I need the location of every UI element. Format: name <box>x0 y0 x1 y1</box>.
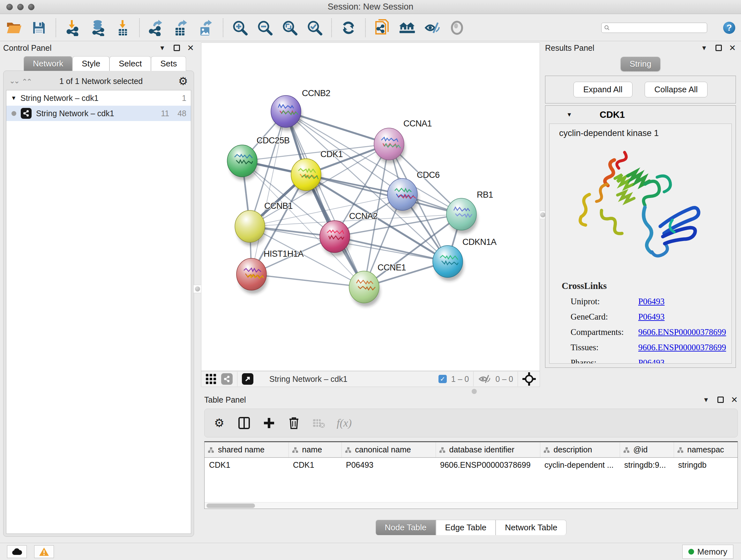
memory-button[interactable]: Memory <box>682 545 733 559</box>
network-node-CDK1[interactable]: CDK1 <box>291 149 343 194</box>
search-input[interactable] <box>612 23 704 32</box>
expand-all-button[interactable]: Expand All <box>574 82 632 98</box>
table-cell[interactable]: CDK1 <box>288 457 341 472</box>
network-row[interactable]: String Network – cdk1 1148 <box>6 106 191 121</box>
panel-close-icon[interactable]: ✕ <box>187 43 194 53</box>
zoom-out-button[interactable] <box>257 19 273 36</box>
horizontal-scrollbar[interactable] <box>205 502 738 509</box>
search-box[interactable] <box>601 23 707 33</box>
panel-float-icon[interactable] <box>718 396 724 403</box>
network-node-HIST1H1A[interactable]: HIST1H1A <box>237 249 304 294</box>
left-splitter-handle[interactable] <box>193 285 202 293</box>
hide-panel-button[interactable] <box>424 19 441 36</box>
collapse-all-button[interactable]: Collapse All <box>645 82 708 98</box>
hidden-eye-icon[interactable] <box>478 374 491 384</box>
panel-menu-icon[interactable]: ▼ <box>703 396 709 403</box>
expand-all-icon[interactable]: ⌄⌄ <box>23 77 32 85</box>
panel-menu-icon[interactable]: ▼ <box>701 44 707 52</box>
panel-close-icon[interactable]: ✕ <box>731 395 738 405</box>
birdseye-grid-icon[interactable] <box>205 373 217 385</box>
network-edge-HIST1H1A-CCNE1[interactable] <box>252 274 364 287</box>
column-header-@id[interactable]: @id <box>620 442 674 457</box>
panel-close-icon[interactable]: ✕ <box>729 43 736 53</box>
crosslink-link[interactable]: 9606.ENSP00000378699 <box>638 343 726 353</box>
open-session-button[interactable] <box>6 19 22 36</box>
column-header-database-identifier[interactable]: database identifier <box>435 442 540 457</box>
panel-menu-icon[interactable]: ▼ <box>159 44 165 52</box>
tab-network-table[interactable]: Network Table <box>495 520 566 535</box>
selection-checkbox[interactable]: ✓ <box>439 375 447 383</box>
panel-float-icon[interactable] <box>174 45 180 51</box>
table-cell[interactable]: P06493 <box>341 457 435 472</box>
export-image-button[interactable] <box>198 19 214 36</box>
document-share-icon <box>375 19 390 37</box>
column-header-label: @id <box>633 445 648 454</box>
column-header-namespac[interactable]: namespac <box>674 442 738 457</box>
network-node-CDKN1A[interactable]: CDKN1A <box>433 237 496 281</box>
import-database-button[interactable] <box>89 19 106 36</box>
zoom-fit-button[interactable] <box>281 19 298 36</box>
add-column-icon[interactable] <box>262 416 276 430</box>
column-type-icon <box>623 447 630 453</box>
entry-expander-icon[interactable]: ▼ <box>566 111 576 118</box>
import-network-button[interactable] <box>64 19 81 36</box>
open-external-icon[interactable] <box>242 373 253 385</box>
function-builder-icon: f(x) <box>337 417 352 429</box>
import-table-button[interactable] <box>114 19 131 36</box>
table-settings-gear-icon[interactable]: ⚙ <box>212 416 226 430</box>
table-cell[interactable]: stringdb:9... <box>620 457 674 472</box>
network-node-RB1[interactable]: RB1 <box>447 190 493 234</box>
network-options-gear-icon[interactable]: ⚙ <box>179 76 188 86</box>
zoom-selected-button[interactable] <box>307 19 323 36</box>
tab-string[interactable]: String <box>621 57 660 71</box>
network-node-CCNE1[interactable]: CCNE1 <box>349 263 406 307</box>
save-session-button[interactable] <box>30 19 47 36</box>
string-app-icon <box>21 108 31 119</box>
crosslink-link[interactable]: 9606.ENSP00000378699 <box>638 327 726 337</box>
share-document-button[interactable] <box>374 19 391 36</box>
network-graph[interactable]: CCNB2CCNA1CDC25BCDK1CDC6RB1CCNB1CCNA2CDK… <box>201 43 540 371</box>
column-header-name[interactable]: name <box>288 442 341 457</box>
warning-button[interactable] <box>34 545 54 558</box>
scrollbar-thumb[interactable] <box>206 503 255 508</box>
tab-edge-table[interactable]: Edge Table <box>436 520 496 535</box>
table-cell[interactable]: cyclin-dependent ... <box>540 457 620 472</box>
tab-sets[interactable]: Sets <box>151 56 186 71</box>
panel-float-icon[interactable] <box>716 45 722 51</box>
zoom-in-button[interactable] <box>232 19 248 36</box>
column-header-description[interactable]: description <box>540 442 620 457</box>
network-edge-CCNB2-CCNE1[interactable] <box>286 111 364 287</box>
column-header-shared-name[interactable]: shared name <box>205 442 288 457</box>
help-button[interactable]: ? <box>723 22 735 34</box>
tab-network[interactable]: Network <box>23 56 72 71</box>
crosslink-link[interactable]: P06493 <box>638 358 665 364</box>
home-network-button[interactable] <box>399 19 415 36</box>
tab-node-table[interactable]: Node Table <box>376 520 436 535</box>
tab-style[interactable]: Style <box>72 56 110 71</box>
table-row[interactable]: CDK1CDK1P064939606.ENSP00000378699cyclin… <box>205 457 738 472</box>
crosslink-link[interactable]: P06493 <box>638 297 665 307</box>
tab-select[interactable]: Select <box>110 56 151 71</box>
network-collection-row[interactable]: ▼ String Network – cdk1 1 <box>6 90 191 106</box>
delete-column-icon[interactable] <box>287 416 301 430</box>
table-cell[interactable]: CDK1 <box>205 457 288 472</box>
crosshair-icon[interactable] <box>522 372 536 386</box>
crosslink-link[interactable]: P06493 <box>638 312 665 322</box>
export-network-button[interactable] <box>148 19 165 36</box>
show-panel-button[interactable] <box>449 19 465 36</box>
network-edge-CCNA2-CDKN1A[interactable] <box>335 237 448 261</box>
column-header-canonical-name[interactable]: canonical name <box>341 442 435 457</box>
refresh-button[interactable] <box>340 19 357 36</box>
network-node-CCNB1[interactable]: CCNB1 <box>235 201 293 246</box>
table-cell[interactable]: 9606.ENSP00000378699 <box>435 457 540 472</box>
toolbar-separator <box>223 18 223 37</box>
cloud-button[interactable] <box>7 545 27 558</box>
table-cell[interactable]: stringdb <box>674 457 738 472</box>
string-share-icon[interactable] <box>221 373 232 385</box>
collapse-all-icon[interactable]: ⌄⌄ <box>9 77 18 85</box>
show-columns-icon[interactable] <box>237 416 251 430</box>
network-canvas[interactable]: CCNB2CCNA1CDC25BCDK1CDC6RB1CCNB1CCNA2CDK… <box>201 43 540 371</box>
collection-expander-icon[interactable]: ▼ <box>11 95 20 102</box>
node-label-CCNB2: CCNB2 <box>302 88 330 98</box>
export-table-button[interactable] <box>173 19 190 36</box>
